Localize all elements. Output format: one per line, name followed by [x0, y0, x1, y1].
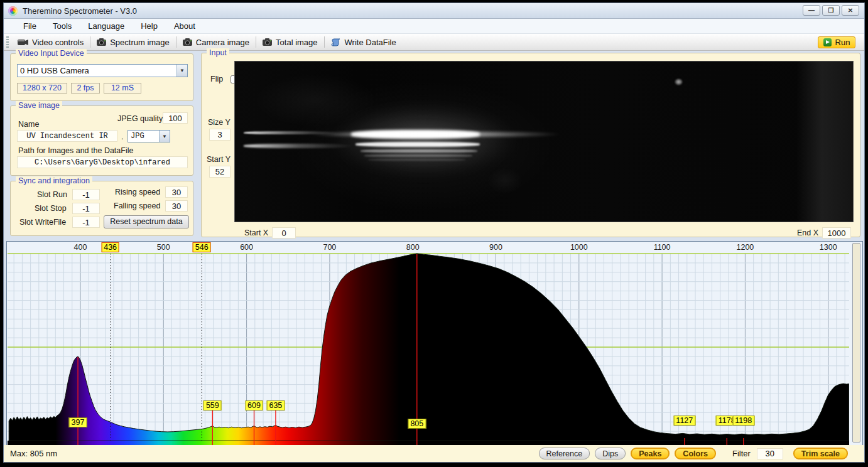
toolbar-grip[interactable] — [6, 36, 9, 48]
menu-item-file[interactable]: File — [15, 20, 45, 32]
size-y-field[interactable] — [209, 129, 231, 141]
total-image-button[interactable]: Total image — [258, 36, 322, 48]
menu-item-about[interactable]: About — [166, 20, 203, 32]
image-name-field[interactable] — [17, 130, 117, 142]
app-window: Theremino Spectrometer - V3.0 — ❐ ✕ File… — [3, 3, 865, 463]
app-icon — [8, 6, 18, 16]
dot-separator: . — [121, 132, 123, 141]
dips-button[interactable]: Dips — [595, 448, 626, 459]
group-title: Sync and integration — [16, 176, 92, 185]
falling-speed-label: Falling speed — [114, 201, 160, 210]
status-bar: Max: 805 nm Reference Dips Peaks Colors … — [4, 445, 864, 462]
end-x-label: End X — [797, 228, 818, 237]
beam-glow — [329, 105, 518, 174]
camera-right-shade — [796, 62, 853, 222]
fps-button[interactable]: 2 fps — [71, 83, 100, 94]
filter-field[interactable] — [757, 448, 783, 459]
start-y-field[interactable] — [209, 166, 231, 178]
chevron-down-icon: ▼ — [159, 131, 170, 142]
colors-button[interactable]: Colors — [675, 448, 716, 459]
slot-writefile-label: Slot WriteFile — [19, 218, 66, 227]
menu-bar: File Tools Language Help About — [4, 19, 864, 34]
name-label: Name — [18, 120, 39, 129]
write-datafile-button[interactable]: Write DataFile — [326, 36, 401, 48]
size-y-label: Size Y — [208, 118, 231, 127]
title-bar: Theremino Spectrometer - V3.0 — ❐ ✕ — [4, 3, 864, 19]
video-controls-button[interactable]: Video controls — [13, 36, 89, 48]
filter-label: Filter — [732, 449, 751, 458]
main-beam-line5 — [368, 159, 465, 161]
peaks-button[interactable]: Peaks — [631, 448, 670, 459]
chart-scrollbar[interactable] — [852, 243, 860, 443]
camera-icon — [183, 38, 192, 46]
start-y-label: Start Y — [207, 155, 231, 164]
end-x-field[interactable] — [822, 227, 851, 239]
main-beam-line4 — [364, 154, 472, 157]
main-beam-line3 — [361, 149, 477, 153]
menu-item-language[interactable]: Language — [80, 20, 133, 32]
restore-button[interactable]: ❐ — [822, 5, 840, 16]
image-format-select[interactable]: JPG ▼ — [127, 130, 170, 142]
main-beam-line2 — [355, 142, 480, 147]
start-x-label: Start X — [244, 228, 268, 237]
trim-scale-button[interactable]: Trim scale — [793, 448, 848, 459]
main-beam-wings — [310, 132, 561, 137]
group-title: Save image — [16, 101, 62, 110]
flip-label: Flip — [210, 75, 223, 83]
start-x-field[interactable] — [272, 227, 296, 239]
video-device-select[interactable]: 0 HD USB Camera ▼ — [17, 64, 188, 77]
chevron-down-icon: ▼ — [176, 65, 187, 77]
camera-icon — [97, 38, 106, 46]
save-image-group: Save image JPEG quality Name . JPG ▼ Pat… — [10, 105, 193, 176]
reference-button[interactable]: Reference — [539, 448, 590, 459]
window-title: Theremino Spectrometer - V3.0 — [23, 6, 137, 16]
slot-writefile-field[interactable] — [72, 217, 100, 228]
video-input-group: Video Input Device 0 HD USB Camera ▼ 128… — [10, 53, 193, 101]
camera-feed — [234, 61, 854, 222]
slot-run-field[interactable] — [72, 189, 100, 200]
spectrum-svg[interactable] — [8, 242, 849, 446]
camera-noise — [235, 62, 853, 222]
sync-group: Sync and integration Slot Run Slot Stop … — [10, 181, 193, 236]
slot-run-label: Slot Run — [37, 190, 67, 199]
tool-bar: Video controls Spectrum image Camera ima… — [4, 34, 864, 51]
play-icon — [823, 38, 832, 46]
video-camera-icon — [18, 38, 28, 46]
bright-dot — [675, 78, 683, 85]
spectrum-plot[interactable]: 4005006007008009001000110012001300436546… — [8, 242, 849, 446]
rising-speed-label: Rising speed — [115, 188, 160, 196]
camera-icon — [263, 38, 272, 46]
menu-item-tools[interactable]: Tools — [45, 20, 80, 32]
run-button[interactable]: Run — [818, 36, 855, 48]
rising-speed-field[interactable] — [165, 186, 188, 198]
path-field[interactable] — [17, 156, 188, 168]
input-group: Input Flip Size Y Start Y Start X End X — [201, 53, 860, 237]
close-button[interactable]: ✕ — [842, 5, 859, 16]
jpeg-quality-label: JPEG quality — [117, 114, 163, 123]
spectrum-chart: 4005006007008009001000110012001300436546… — [6, 241, 863, 446]
path-label: Path for Images and the DataFile — [18, 146, 133, 155]
spectrum-image-button[interactable]: Spectrum image — [92, 36, 175, 48]
resolution-button[interactable]: 1280 x 720 — [17, 83, 67, 94]
jpeg-quality-field[interactable] — [163, 112, 188, 124]
falling-speed-field[interactable] — [165, 200, 188, 212]
exposure-button[interactable]: 12 mS — [104, 83, 141, 94]
menu-item-help[interactable]: Help — [133, 20, 166, 32]
camera-image-button[interactable]: Camera image — [178, 36, 254, 48]
group-title: Video Input Device — [16, 49, 87, 58]
group-title: Input — [207, 48, 229, 57]
slot-stop-field[interactable] — [72, 203, 100, 214]
scroll-icon — [331, 38, 341, 46]
reset-spectrum-button[interactable]: Reset spectrum data — [104, 215, 189, 228]
max-peak-readout: Max: 805 nm — [10, 449, 57, 458]
slot-stop-label: Slot Stop — [35, 204, 67, 213]
minimize-button[interactable]: — — [803, 5, 820, 16]
